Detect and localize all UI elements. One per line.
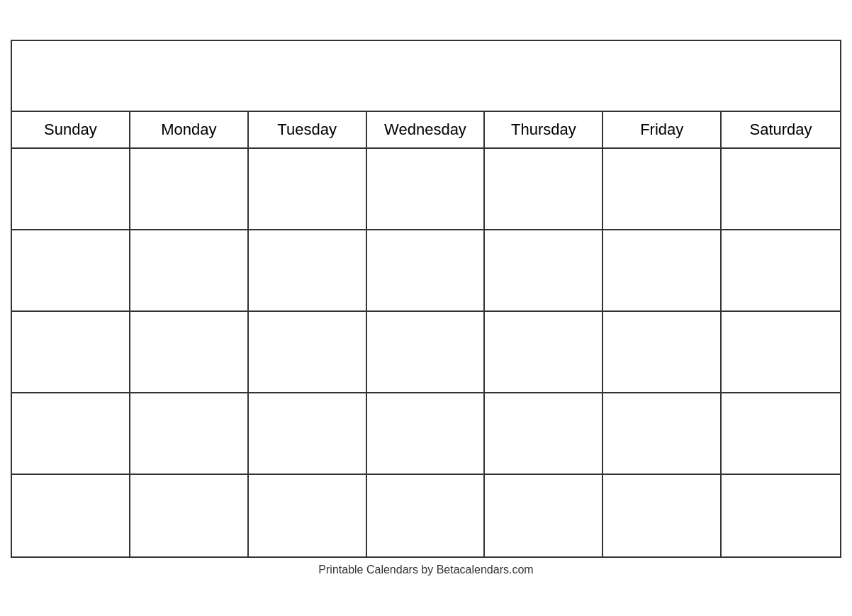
cell-row1-tue[interactable]	[249, 149, 367, 229]
cell-row1-sun[interactable]	[12, 149, 130, 229]
header-saturday: Saturday	[722, 112, 840, 147]
cell-row2-tue[interactable]	[249, 230, 367, 310]
cell-row4-wed[interactable]	[367, 393, 486, 474]
cell-row3-sun[interactable]	[12, 312, 130, 392]
calendar-body	[12, 149, 840, 556]
cell-row5-fri[interactable]	[603, 475, 722, 556]
calendar-row-1	[12, 149, 840, 230]
cell-row5-sat[interactable]	[722, 475, 840, 556]
cell-row2-thu[interactable]	[485, 230, 603, 310]
day-headers-row: Sunday Monday Tuesday Wednesday Thursday…	[12, 112, 840, 149]
cell-row3-sat[interactable]	[722, 312, 840, 392]
header-monday: Monday	[130, 112, 249, 147]
cell-row4-sun[interactable]	[12, 393, 130, 474]
cell-row3-thu[interactable]	[485, 312, 603, 392]
calendar-title-row	[12, 41, 840, 112]
calendar-container: Sunday Monday Tuesday Wednesday Thursday…	[11, 40, 841, 558]
cell-row2-mon[interactable]	[130, 230, 249, 310]
cell-row3-wed[interactable]	[367, 312, 486, 392]
header-tuesday: Tuesday	[249, 112, 367, 147]
cell-row2-sun[interactable]	[12, 230, 130, 310]
cell-row5-mon[interactable]	[130, 475, 249, 556]
cell-row1-sat[interactable]	[722, 149, 840, 229]
cell-row5-thu[interactable]	[485, 475, 603, 556]
cell-row4-fri[interactable]	[603, 393, 722, 474]
footer-text: Printable Calendars by Betacalendars.com	[318, 564, 533, 576]
calendar-row-3	[12, 312, 840, 393]
cell-row1-mon[interactable]	[130, 149, 249, 229]
cell-row1-fri[interactable]	[603, 149, 722, 229]
cell-row4-tue[interactable]	[249, 393, 367, 474]
cell-row4-thu[interactable]	[485, 393, 603, 474]
cell-row2-wed[interactable]	[367, 230, 486, 310]
calendar-row-5	[12, 475, 840, 556]
header-sunday: Sunday	[12, 112, 130, 147]
calendar-row-4	[12, 393, 840, 475]
cell-row4-sat[interactable]	[722, 393, 840, 474]
cell-row5-sun[interactable]	[12, 475, 130, 556]
calendar-row-2	[12, 230, 840, 312]
cell-row1-wed[interactable]	[367, 149, 486, 229]
header-thursday: Thursday	[485, 112, 603, 147]
calendar-grid: Sunday Monday Tuesday Wednesday Thursday…	[12, 112, 840, 556]
page-wrapper: Sunday Monday Tuesday Wednesday Thursday…	[0, 0, 852, 616]
header-friday: Friday	[603, 112, 722, 147]
cell-row2-fri[interactable]	[603, 230, 722, 310]
cell-row4-mon[interactable]	[130, 393, 249, 474]
cell-row5-wed[interactable]	[367, 475, 486, 556]
cell-row3-tue[interactable]	[249, 312, 367, 392]
cell-row3-mon[interactable]	[130, 312, 249, 392]
header-wednesday: Wednesday	[367, 112, 486, 147]
cell-row3-fri[interactable]	[603, 312, 722, 392]
cell-row1-thu[interactable]	[485, 149, 603, 229]
cell-row2-sat[interactable]	[722, 230, 840, 310]
cell-row5-tue[interactable]	[249, 475, 367, 556]
